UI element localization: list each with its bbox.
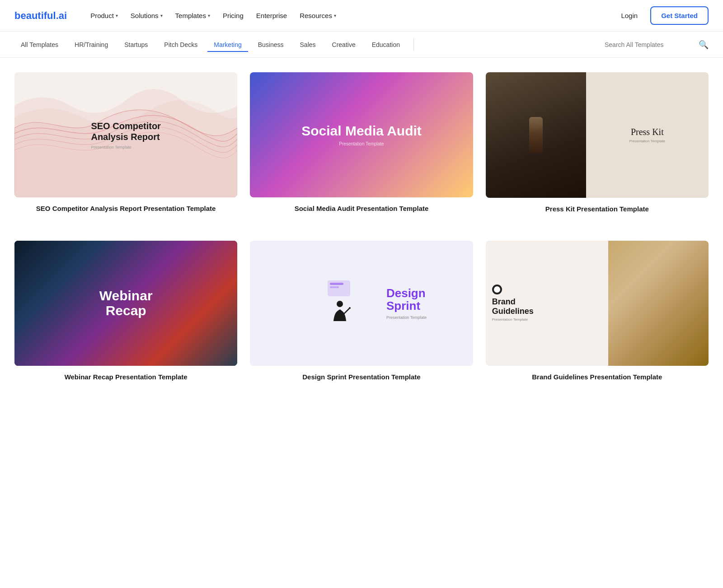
webinar-title-text: WebinarRecap (99, 288, 153, 318)
social-sub-text: Presentation Template (339, 141, 384, 146)
template-card-social[interactable]: Social Media Audit Presentation Template… (250, 72, 473, 214)
brand-thumbnail: BrandGuidelines Presentation Template (486, 241, 709, 366)
brand-label: Brand Guidelines Presentation Template (486, 372, 709, 382)
nav-enterprise[interactable]: Enterprise (251, 8, 292, 23)
chevron-down-icon: ▾ (116, 13, 118, 18)
press-thumbnail: Press Kit Presentation Template (486, 72, 709, 198)
navbar: beautiful.ai Product ▾ Solutions ▾ Templ… (0, 0, 723, 32)
press-text-area: Press Kit Presentation Template (586, 122, 709, 148)
template-card-seo[interactable]: SEO CompetitorAnalysis Report Presentati… (14, 72, 237, 214)
divider (413, 38, 414, 51)
seo-thumbnail: SEO CompetitorAnalysis Report Presentati… (14, 72, 237, 197)
cat-hr-training[interactable]: HR/Training (68, 37, 114, 52)
nav-product[interactable]: Product ▾ (85, 8, 123, 23)
get-started-button[interactable]: Get Started (650, 6, 709, 25)
logo[interactable]: beautiful.ai (14, 10, 67, 22)
press-bottle-visual (486, 72, 586, 198)
social-thumbnail: Social Media Audit Presentation Template (250, 72, 473, 197)
content: SEO CompetitorAnalysis Report Presentati… (0, 58, 723, 423)
brand-sub-text: Presentation Template (492, 317, 528, 322)
search-icon[interactable]: 🔍 (699, 40, 709, 50)
cat-marketing[interactable]: Marketing (207, 37, 248, 52)
svg-rect-3 (330, 283, 343, 285)
design-sub-text: Presentation Template (386, 315, 427, 320)
brand-logo-inner (494, 286, 500, 293)
cat-sales[interactable]: Sales (294, 37, 322, 52)
svg-rect-4 (330, 286, 339, 288)
design-label: Design Sprint Presentation Template (250, 372, 473, 382)
chevron-down-icon: ▾ (160, 13, 163, 18)
chevron-down-icon: ▾ (334, 13, 336, 18)
design-figure (296, 245, 382, 361)
nav-right: Login Get Started (615, 6, 709, 25)
nav-resources[interactable]: Resources ▾ (294, 8, 342, 23)
nav-solutions[interactable]: Solutions ▾ (125, 8, 168, 23)
search-input[interactable] (605, 41, 695, 48)
brand-logo-circle (492, 285, 502, 294)
design-thumbnail: DesignSprint Presentation Template (250, 241, 473, 366)
cat-business[interactable]: Business (252, 37, 290, 52)
brand-image (608, 241, 709, 366)
chevron-down-icon: ▾ (208, 13, 210, 18)
template-card-webinar[interactable]: WebinarRecap Webinar Recap Presentation … (14, 241, 237, 382)
social-title-text: Social Media Audit (301, 123, 422, 139)
design-title-text: DesignSprint (386, 287, 426, 313)
template-grid-row1: SEO CompetitorAnalysis Report Presentati… (14, 72, 709, 214)
cat-startups[interactable]: Startups (118, 37, 154, 52)
cat-pitch-decks[interactable]: Pitch Decks (158, 37, 204, 52)
webinar-label: Webinar Recap Presentation Template (14, 372, 237, 382)
social-label: Social Media Audit Presentation Template (250, 204, 473, 213)
cat-creative[interactable]: Creative (326, 37, 362, 52)
brand-title-text: BrandGuidelines (492, 297, 534, 316)
seo-label: SEO Competitor Analysis Report Presentat… (14, 204, 237, 213)
svg-point-6 (349, 307, 351, 309)
webinar-thumbnail: WebinarRecap (14, 241, 237, 366)
press-label: Press Kit Presentation Template (486, 204, 709, 214)
press-title-text: Press Kit (631, 126, 664, 137)
cat-all-templates[interactable]: All Templates (14, 37, 65, 52)
template-card-design[interactable]: DesignSprint Presentation Template Desig… (250, 241, 473, 382)
template-grid-row2: WebinarRecap Webinar Recap Presentation … (14, 241, 709, 382)
template-card-press[interactable]: Press Kit Presentation Template Press Ki… (486, 72, 709, 214)
category-nav: All Templates HR/Training Startups Pitch… (0, 32, 723, 58)
brand-text-side: BrandGuidelines Presentation Template (486, 278, 608, 328)
design-text-area: DesignSprint Presentation Template (386, 287, 427, 320)
search-area: 🔍 (605, 40, 709, 50)
cat-education[interactable]: Education (366, 37, 406, 52)
nav-links: Product ▾ Solutions ▾ Templates ▾ Pricin… (85, 8, 615, 23)
template-card-brand[interactable]: BrandGuidelines Presentation Template Br… (486, 241, 709, 382)
logo-text: beautiful.ai (14, 10, 67, 21)
nav-templates[interactable]: Templates ▾ (170, 8, 216, 23)
svg-point-5 (337, 301, 343, 307)
press-image (486, 72, 586, 198)
brand-noodles-visual (608, 241, 709, 366)
nav-pricing[interactable]: Pricing (217, 8, 249, 23)
press-sub-text: Presentation Template (629, 139, 665, 143)
login-button[interactable]: Login (615, 8, 643, 23)
